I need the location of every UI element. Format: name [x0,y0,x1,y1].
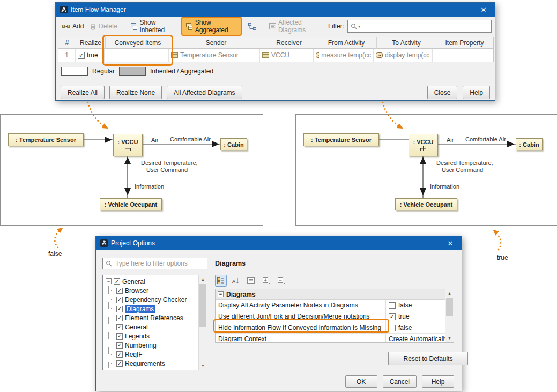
help-button[interactable]: Help [422,375,454,388]
tree-item-reqif[interactable]: ✓ ReqIF [111,350,207,359]
options-search[interactable] [102,258,207,269]
scroll-down-icon[interactable]: ▼ [445,334,454,342]
value-checkbox[interactable] [389,302,396,309]
checkbox[interactable]: ✓ [116,306,123,312]
realize-all-button[interactable]: Realize All [61,86,105,99]
reset-to-defaults-button[interactable]: Reset to Defaults [388,352,468,365]
select-in-tree-button[interactable] [248,23,256,30]
checkbox[interactable]: ✓ [116,297,123,303]
receiver-cell[interactable]: VCCU [260,49,314,62]
col-header-realize[interactable]: Realize [76,37,106,49]
close-icon[interactable]: ✕ [439,236,462,250]
tree-item-numbering[interactable]: ✓ Numbering [111,341,207,350]
cabin-part[interactable]: : Cabin [220,138,247,150]
conveyed-items-cell[interactable] [105,49,169,62]
vehicle-occupant-part[interactable]: : Vehicle Occupant [395,198,457,210]
close-button[interactable]: Close [427,86,458,99]
item-flow-manager-titlebar[interactable]: Item Flow Manager ✕ [56,3,495,17]
temperature-sensor-part[interactable]: : Temperature Sensor [303,133,379,146]
scrollbar-thumb[interactable] [446,298,453,316]
collapse-icon[interactable]: − [106,278,112,284]
tree-item-general-root[interactable]: − ✓ General [106,277,207,286]
checkbox[interactable]: ✓ [114,278,120,285]
delete-button[interactable]: Delete [90,22,117,30]
to-activity-cell[interactable]: display temp(cc [374,49,433,62]
vccu-part[interactable]: : VCCU [409,134,438,156]
item-flow-arrow [420,188,426,195]
filter-input[interactable]: ▾ [347,20,492,33]
close-icon[interactable]: ✕ [472,3,495,17]
ok-button[interactable]: OK [345,375,377,388]
col-header-item-property[interactable]: Item Property [436,37,493,49]
value-checkbox[interactable]: ✓ [389,313,396,320]
categorized-view-button[interactable] [215,275,227,287]
alphabetical-view-button[interactable]: A [230,275,242,287]
col-header-to-activity[interactable]: To Activity [377,37,436,49]
tree-item-general[interactable]: ✓ General [111,322,207,331]
collapse-all-button[interactable] [275,275,287,287]
realize-checkbox[interactable]: ✓ [78,52,85,59]
table-row[interactable]: 1 ✓ true Temperature Sensor VCCU measure… [58,49,493,62]
checkbox[interactable]: ✓ [116,315,123,321]
checkbox[interactable]: ✓ [116,288,123,294]
all-affected-diagrams-button[interactable]: All Affected Diagrams [167,86,242,99]
scroll-up-icon[interactable]: ▲ [199,275,207,283]
tree-item-browser[interactable]: ✓ Browser [111,286,207,295]
chevron-down-icon[interactable]: ▾ [358,24,360,29]
sender-cell[interactable]: Temperature Sensor [169,49,260,62]
show-description-button[interactable] [245,275,257,287]
information-label: Information [135,183,164,190]
tree-item-legends[interactable]: ✓ Legends [111,331,207,341]
show-inherited-button[interactable]: Show Inherited [131,19,175,34]
item-flow-arrow [507,141,515,147]
checkbox[interactable]: ✓ [116,351,123,358]
vehicle-occupant-part[interactable]: : Vehicle Occupant [100,198,162,210]
checkbox[interactable]: ✓ [116,333,123,340]
temperature-sensor-part[interactable]: : Temperature Sensor [8,133,84,146]
scroll-up-icon[interactable]: ▲ [445,289,454,297]
scrollbar-thumb[interactable] [199,284,206,327]
col-header-receiver[interactable]: Receiver [262,37,316,49]
col-header-conveyed-items[interactable]: Conveyed Items [106,37,170,49]
col-header-sender[interactable]: Sender [170,37,262,49]
project-options-titlebar[interactable]: Project Options ✕ [96,236,462,250]
structure-icon [124,146,131,152]
show-aggregated-button[interactable]: Show Aggregated [181,17,241,36]
checkbox[interactable]: ✓ [116,324,123,330]
vccu-part[interactable]: : VCCU [113,134,143,156]
col-header-num[interactable]: # [58,37,76,49]
property-row[interactable]: Use different Join/Fork and Decision/Mer… [216,311,454,322]
table-header-row: # Realize Conveyed Items Sender Receiver… [58,37,493,49]
realize-cell[interactable]: ✓ true [76,49,105,62]
properties-scrollbar[interactable]: ▲ ▼ [445,289,454,342]
scroll-down-icon[interactable]: ▼ [199,361,207,370]
checkbox[interactable]: ✓ [116,360,123,367]
from-activity-cell[interactable]: measure temp(cc [314,49,374,62]
property-group-header[interactable]: − Diagrams [216,289,454,300]
add-button[interactable]: Add [62,22,84,30]
property-row[interactable]: Diagram Context Create Automatically [216,334,454,343]
item-property-cell[interactable] [433,49,493,62]
part-icon [262,52,269,58]
help-button[interactable]: Help [463,86,490,99]
search-input[interactable] [114,259,207,268]
expand-all-button[interactable] [260,275,272,287]
affected-diagrams-button[interactable]: Affected Diagrams [269,19,322,34]
property-row[interactable]: Display All Activity Parameter Nodes in … [216,300,454,311]
property-row-hide-information-flow[interactable]: Hide Information Flow If Conveyed Inform… [216,322,454,334]
tree-item-requirements[interactable]: ✓ Requirements [111,359,207,368]
search-icon [351,23,357,29]
collapse-icon[interactable]: − [218,291,224,297]
tree-scrollbar[interactable]: ▲ ▼ [198,275,207,370]
cabin-part[interactable]: : Cabin [516,138,543,150]
tree-item-diagrams[interactable]: ✓ Diagrams [111,304,207,313]
realize-none-button[interactable]: Realize None [109,86,162,99]
svg-text:A: A [232,278,235,284]
cancel-button[interactable]: Cancel [383,375,417,388]
col-header-from-activity[interactable]: From Activity [316,37,377,49]
tree-item-element-references[interactable]: ✓ Element References [111,313,207,322]
tree-item-dependency-checker[interactable]: ✓ Dependency Checker [111,295,207,304]
legend-inherited-label: Inherited / Aggregated [150,67,213,75]
value-checkbox[interactable] [389,325,396,331]
checkbox[interactable]: ✓ [116,342,123,349]
